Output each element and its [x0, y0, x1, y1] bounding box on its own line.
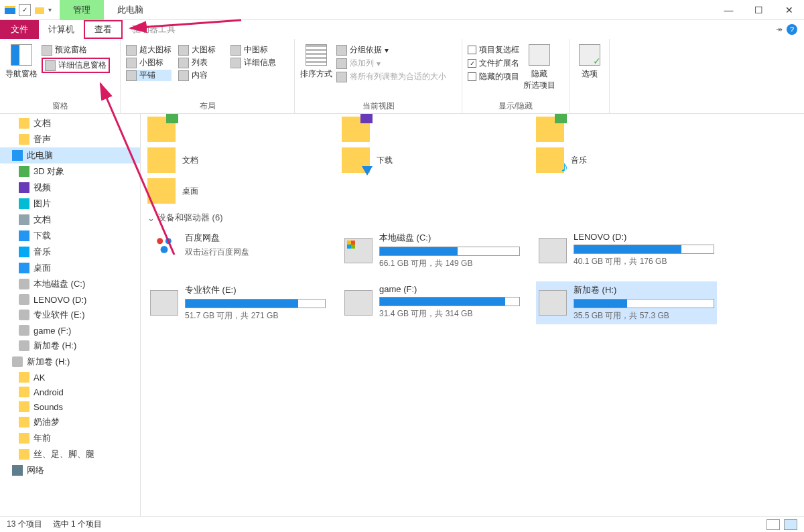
close-button[interactable]: ✕: [774, 0, 804, 20]
drive-item[interactable]: game (F:)31.4 GB 可用，共 314 GB: [342, 281, 523, 324]
nav-pane-button[interactable]: 导航窗格: [5, 42, 38, 80]
folder-icon: [536, 117, 564, 142]
context-tab-manage[interactable]: 管理: [60, 0, 104, 20]
folder-item[interactable]: 桌面: [147, 178, 315, 204]
drive-item[interactable]: LENOVO (D:)40.1 GB 可用，共 176 GB: [536, 229, 717, 272]
sidebar-item-9[interactable]: 桌面: [0, 260, 140, 276]
layout-sm[interactable]: 小图标: [126, 57, 172, 68]
drive-item[interactable]: 本地磁盘 (C:)66.1 GB 可用，共 149 GB: [342, 229, 523, 272]
sidebar-item-21[interactable]: 丝、足、脚、腿: [0, 446, 140, 462]
drive-usage-bar: [574, 299, 714, 308]
details-view-toggle[interactable]: [766, 519, 780, 530]
drive-icon: [150, 290, 178, 316]
layout-details[interactable]: 详细信息: [230, 57, 276, 68]
folder-label: 桌面: [182, 186, 198, 197]
layout-list[interactable]: 列表: [178, 57, 224, 68]
status-bar: 13 个项目 选中 1 个项目: [0, 516, 804, 532]
folder-icon[interactable]: [34, 4, 46, 16]
folder-icon: [536, 147, 564, 173]
sidebar-item-10[interactable]: 本地磁盘 (C:): [0, 276, 140, 292]
folder-item[interactable]: 音乐: [536, 147, 704, 173]
sidebar-item-0[interactable]: 文档: [0, 115, 140, 131]
sidebar-item-7[interactable]: 下载: [0, 228, 140, 244]
ribbon-group-layout: 布局: [126, 99, 289, 112]
main-panel[interactable]: 文档下载音乐 桌面 ⌄设备和驱动器 (6) 百度网盘双击运行百度网盘本地磁盘 (…: [141, 114, 804, 516]
svg-point-3: [157, 238, 163, 244]
tab-view[interactable]: 查看: [84, 20, 123, 39]
sidebar-item-20[interactable]: 年前: [0, 430, 140, 446]
drive-item[interactable]: 专业软件 (E:)51.7 GB 可用，共 271 GB: [147, 281, 328, 324]
music-icon: [19, 247, 29, 257]
help-icon[interactable]: ?: [787, 24, 797, 35]
maximize-button[interactable]: ☐: [744, 0, 774, 20]
sidebar-item-1[interactable]: 音声: [0, 131, 140, 147]
sidebar-item-14[interactable]: 新加卷 (H:): [0, 338, 140, 354]
checkbox-icon[interactable]: ✓: [19, 4, 31, 16]
layout-xl[interactable]: 超大图标: [126, 44, 172, 56]
tab-computer[interactable]: 计算机: [39, 20, 84, 39]
options-button[interactable]: ✓ 选项: [575, 42, 604, 80]
svg-point-5: [161, 246, 168, 253]
chevron-down-icon: ⌄: [147, 213, 155, 223]
preview-pane-button[interactable]: 预览窗格: [42, 44, 110, 56]
sidebar-item-11[interactable]: LENOVO (D:): [0, 292, 140, 307]
hide-selected-button[interactable]: 隐藏 所选项目: [523, 42, 555, 91]
folder-item[interactable]: [536, 117, 704, 142]
folder-item[interactable]: 文档: [147, 147, 315, 173]
file-ext-toggle[interactable]: ✓文件扩展名: [468, 58, 519, 69]
fit-columns-button[interactable]: 将所有列调整为合适的大小: [336, 71, 446, 82]
folder-item[interactable]: [147, 117, 315, 142]
layout-md[interactable]: 中图标: [230, 44, 276, 56]
details-pane-button[interactable]: 详细信息窗格: [42, 58, 110, 73]
sidebar-item-4[interactable]: 视频: [0, 180, 140, 196]
tab-drive-tools[interactable]: 驱动器工具: [123, 20, 185, 39]
drive-name: game (F:): [379, 284, 520, 294]
tab-file[interactable]: 文件: [0, 20, 39, 39]
folder-item[interactable]: 下载: [342, 147, 509, 173]
qat-dropdown-icon[interactable]: ▾: [48, 6, 52, 13]
section-devices[interactable]: ⌄设备和驱动器 (6): [147, 212, 797, 224]
sidebar-item-6[interactable]: 文档: [0, 212, 140, 228]
folder-icon: [19, 387, 29, 397]
pc-icon: [12, 150, 23, 161]
group-by-button[interactable]: 分组依据 ▾: [336, 44, 446, 56]
folder-label: 下载: [377, 155, 393, 166]
app-baidu[interactable]: 百度网盘双击运行百度网盘: [147, 229, 328, 272]
sidebar-item-16[interactable]: AK: [0, 370, 140, 385]
sidebar-item-5[interactable]: 图片: [0, 196, 140, 212]
folder-item[interactable]: [342, 117, 509, 142]
sidebar-item-18[interactable]: Sounds: [0, 399, 140, 414]
sort-button[interactable]: 排序方式: [300, 42, 332, 80]
net-icon: [12, 465, 23, 476]
sidebar-item-22[interactable]: 网络: [0, 462, 140, 478]
add-columns-button[interactable]: 添加列 ▾: [336, 58, 446, 69]
sidebar[interactable]: 文档音声此电脑3D 对象视频图片文档下载音乐桌面本地磁盘 (C:)LENOVO …: [0, 114, 141, 516]
item-checkboxes-toggle[interactable]: 项目复选框: [468, 44, 519, 56]
folder-icon: [19, 417, 29, 427]
svg-rect-2: [35, 7, 44, 14]
layout-lg[interactable]: 大图标: [178, 44, 224, 56]
hidden-items-toggle[interactable]: 隐藏的项目: [468, 71, 519, 82]
drive-sub: 66.1 GB 可用，共 149 GB: [379, 258, 520, 269]
pin-icon[interactable]: ↠: [776, 25, 783, 34]
sidebar-item-15[interactable]: 新加卷 (H:): [0, 354, 140, 370]
sidebar-item-8[interactable]: 音乐: [0, 244, 140, 260]
obj3d-icon: [19, 166, 29, 177]
icons-view-toggle[interactable]: [784, 519, 797, 530]
sidebar-item-17[interactable]: Android: [0, 385, 140, 399]
sidebar-item-3[interactable]: 3D 对象: [0, 163, 140, 180]
svg-rect-1: [5, 6, 15, 8]
sidebar-item-19[interactable]: 奶油梦: [0, 414, 140, 430]
drive-item[interactable]: 新加卷 (H:)35.5 GB 可用，共 57.3 GB: [536, 281, 717, 324]
layout-tiles[interactable]: 平铺: [126, 70, 172, 81]
sidebar-item-13[interactable]: game (F:): [0, 323, 140, 338]
sidebar-item-label: 3D 对象: [34, 165, 64, 178]
minimize-button[interactable]: —: [714, 0, 744, 20]
sidebar-item-12[interactable]: 专业软件 (E:): [0, 307, 140, 323]
sidebar-item-label: 新加卷 (H:): [34, 340, 76, 352]
sidebar-item-label: Android: [34, 387, 64, 397]
layout-content[interactable]: 内容: [178, 70, 224, 81]
sidebar-item-2[interactable]: 此电脑: [0, 147, 140, 163]
sidebar-item-label: 专业软件 (E:): [34, 309, 85, 321]
drive-icon: [19, 294, 29, 305]
